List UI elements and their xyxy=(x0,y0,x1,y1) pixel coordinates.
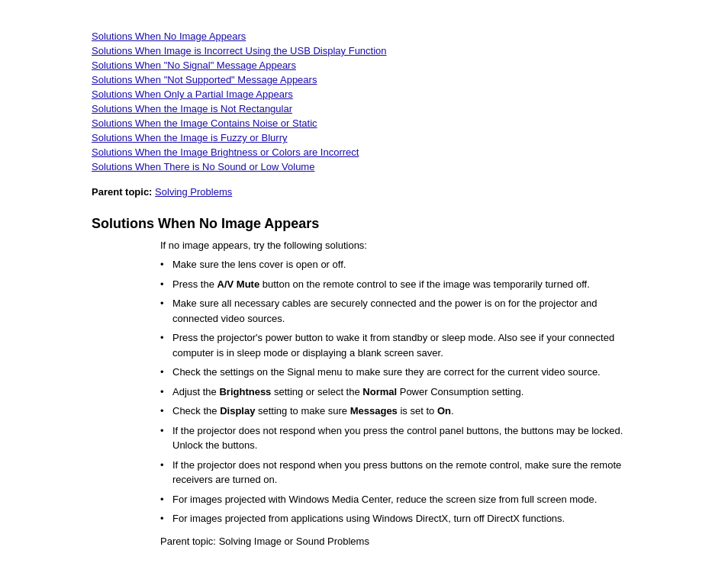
section-title: Solutions When No Image Appears xyxy=(92,216,636,232)
bullet-item: Make sure all necessary cables are secur… xyxy=(160,296,636,326)
toc-link[interactable]: Solutions When Only a Partial Image Appe… xyxy=(92,88,636,100)
toc-link[interactable]: Solutions When There is No Sound or Low … xyxy=(92,161,636,172)
bullet-item: Adjust the Brightness setting or select … xyxy=(160,384,636,400)
toc-link[interactable]: Solutions When the Image Contains Noise … xyxy=(92,117,636,129)
bullet-item: If the projector does not respond when y… xyxy=(160,458,636,487)
section-parent-label: Parent topic: xyxy=(160,536,216,547)
toc-links: Solutions When No Image AppearsSolutions… xyxy=(92,31,636,172)
section-parent-topic: Parent topic: Solving Image or Sound Pro… xyxy=(160,536,636,547)
toc-parent-topic: Parent topic: Solving Problems xyxy=(92,186,636,198)
bullet-item: For images projected with Windows Media … xyxy=(160,492,636,507)
toc-parent-label: Parent topic: xyxy=(92,186,152,198)
page-content: Solutions When No Image AppearsSolutions… xyxy=(0,0,728,563)
bullet-item: For images projected from applications u… xyxy=(160,511,636,526)
toc-link[interactable]: Solutions When the Image Brightness or C… xyxy=(92,146,636,158)
toc-link[interactable]: Solutions When "No Signal" Message Appea… xyxy=(92,60,636,71)
toc-link[interactable]: Solutions When the Image is Fuzzy or Blu… xyxy=(92,132,636,143)
bullet-item: Press the projector's power button to wa… xyxy=(160,330,636,360)
bullet-item: Press the A/V Mute button on the remote … xyxy=(160,277,636,292)
bullet-item: Check the settings on the Signal menu to… xyxy=(160,365,636,380)
toc-link[interactable]: Solutions When "Not Supported" Message A… xyxy=(92,74,636,85)
bullet-item: Make sure the lens cover is open or off. xyxy=(160,257,636,272)
toc-link[interactable]: Solutions When No Image Appears xyxy=(92,31,636,42)
toc-link[interactable]: Solutions When Image is Incorrect Using … xyxy=(92,45,636,56)
bullet-item: Check the Display setting to make sure M… xyxy=(160,404,636,419)
toc-parent-link[interactable]: Solving Problems xyxy=(155,186,232,198)
bullet-item: If the projector does not respond when y… xyxy=(160,423,636,453)
section-parent-link[interactable]: Solving Image or Sound Problems xyxy=(219,536,369,547)
bullet-list: Make sure the lens cover is open or off.… xyxy=(160,257,636,526)
section-intro: If no image appears, try the following s… xyxy=(160,240,636,251)
toc-link[interactable]: Solutions When the Image is Not Rectangu… xyxy=(92,103,636,114)
